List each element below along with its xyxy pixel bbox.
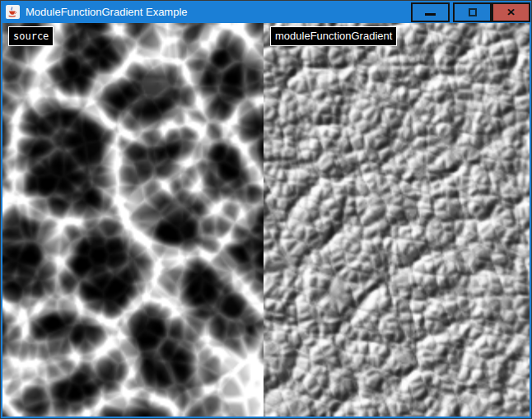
module-function-gradient-panel: moduleFunctionGradient: [264, 23, 530, 417]
maximize-icon: [469, 8, 477, 16]
module-function-gradient-image: [264, 23, 530, 417]
source-panel: source: [2, 23, 264, 417]
window-controls: ✕: [411, 1, 531, 23]
module-function-gradient-label-text: moduleFunctionGradient: [275, 30, 392, 42]
source-label-text: source: [13, 30, 49, 42]
content-area: source moduleFunctionGradient: [1, 23, 531, 418]
close-button[interactable]: ✕: [492, 2, 530, 22]
java-coffee-cup-icon: [7, 7, 18, 17]
minimize-icon: [425, 13, 436, 16]
titlebar[interactable]: ModuleFunctionGradient Example ✕: [1, 1, 531, 23]
source-label: source: [8, 26, 54, 46]
source-image: [2, 23, 264, 417]
close-icon: ✕: [506, 7, 516, 17]
maximize-button[interactable]: [453, 2, 492, 22]
window-title: ModuleFunctionGradient Example: [26, 6, 188, 18]
app-window: ModuleFunctionGradient Example ✕ source …: [0, 0, 532, 419]
minimize-button[interactable]: [411, 2, 450, 22]
module-function-gradient-label: moduleFunctionGradient: [270, 26, 397, 46]
java-app-icon[interactable]: [6, 5, 20, 19]
